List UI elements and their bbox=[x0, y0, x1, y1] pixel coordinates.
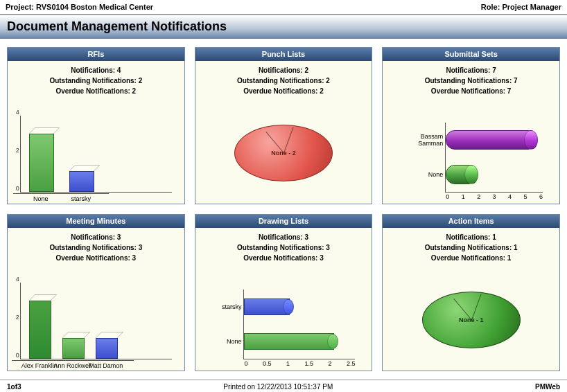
stat-outstanding: Outstanding Notifications: 3 bbox=[195, 242, 372, 253]
cyl-bassam bbox=[446, 130, 537, 150]
x-axis-ticks: 00.511.522.5 bbox=[244, 359, 355, 367]
cyl-none bbox=[446, 165, 478, 184]
stat-notifications: Notifications: 7 bbox=[383, 65, 559, 75]
footer-brand: PMWeb bbox=[535, 383, 560, 391]
bar-none: None bbox=[29, 127, 53, 192]
chart-submittal: Bassam Samman None 0123456 bbox=[383, 99, 559, 204]
role-label: Role: Project Manager bbox=[481, 3, 561, 11]
panel-submittal-sets: Submittal Sets Notifications: 7 Outstand… bbox=[382, 47, 560, 204]
stat-notifications: Notifications: 4 bbox=[8, 65, 184, 75]
stat-notifications: Notifications: 2 bbox=[195, 65, 372, 75]
panel-stats: Notifications: 3 Outstanding Notificatio… bbox=[8, 228, 184, 266]
stat-outstanding: Outstanding Notifications: 3 bbox=[8, 242, 184, 253]
bar-ann: Ann Rockwell bbox=[62, 332, 83, 359]
panel-drawing-lists: Drawing Lists Notifications: 3 Outstandi… bbox=[195, 214, 373, 371]
panel-stats: Notifications: 3 Outstanding Notificatio… bbox=[195, 228, 372, 266]
panel-title: Action Items bbox=[383, 215, 559, 228]
stat-outstanding: Outstanding Notifications: 2 bbox=[195, 75, 372, 86]
footer-page: 1of3 bbox=[7, 383, 21, 391]
stat-notifications: Notifications: 1 bbox=[383, 232, 559, 242]
panel-stats: Notifications: 7 Outstanding Notificatio… bbox=[383, 61, 559, 99]
stat-overdue: Overdue Notifications: 3 bbox=[195, 253, 372, 263]
x-axis-ticks: 0123456 bbox=[446, 192, 543, 200]
panel-title: Punch Lists bbox=[195, 48, 372, 61]
chart-meeting: 0 2 4 Alex Franklin Ann Rockwell Matt Da… bbox=[8, 266, 184, 371]
stat-outstanding: Outstanding Notifications: 7 bbox=[383, 75, 559, 86]
panel-title: Drawing Lists bbox=[195, 215, 372, 228]
bar-starsky: starsky bbox=[69, 165, 93, 192]
chart-rfis: 0 2 4 None starsky bbox=[8, 99, 184, 204]
pie-punch: None - 2 bbox=[234, 125, 333, 181]
panel-stats: Notifications: 1 Outstanding Notificatio… bbox=[383, 228, 559, 266]
stat-notifications: Notifications: 3 bbox=[195, 232, 372, 242]
stat-overdue: Overdue Notifications: 2 bbox=[195, 86, 372, 96]
panel-title: Submittal Sets bbox=[383, 48, 559, 61]
chart-punch: None - 2 bbox=[195, 99, 372, 204]
pie-action: None - 1 bbox=[422, 292, 521, 348]
stat-overdue: Overdue Notifications: 2 bbox=[8, 86, 184, 96]
bar-alex: Alex Franklin bbox=[29, 294, 50, 359]
stat-overdue: Overdue Notifications: 1 bbox=[383, 253, 559, 263]
panel-title: RFIs bbox=[8, 48, 184, 61]
panel-rfis: RFIs Notifications: 4 Outstanding Notifi… bbox=[7, 47, 185, 204]
stat-overdue: Overdue Notifications: 7 bbox=[383, 86, 559, 96]
bar-none bbox=[244, 333, 334, 350]
footer-printed: Printed on 12/22/2013 10:51:37 PM bbox=[223, 383, 333, 391]
panel-stats: Notifications: 4 Outstanding Notificatio… bbox=[8, 61, 184, 99]
stat-overdue: Overdue Notifications: 3 bbox=[8, 253, 184, 263]
bar-starsky bbox=[244, 299, 290, 315]
stat-notifications: Notifications: 3 bbox=[8, 232, 184, 242]
page-title: Document Management Notifications bbox=[7, 19, 560, 34]
stat-outstanding: Outstanding Notifications: 1 bbox=[383, 242, 559, 253]
panel-stats: Notifications: 2 Outstanding Notificatio… bbox=[195, 61, 372, 99]
title-bar: Document Management Notifications bbox=[0, 15, 567, 39]
panel-punch-lists: Punch Lists Notifications: 2 Outstanding… bbox=[195, 47, 373, 204]
project-label: Project: RVS0104 Boston Medical Center bbox=[6, 3, 153, 11]
y-axis-ticks: 0 2 4 bbox=[11, 283, 19, 359]
panel-action-items: Action Items Notifications: 1 Outstandin… bbox=[382, 214, 560, 371]
chart-action: None - 1 bbox=[383, 266, 559, 371]
panel-grid: RFIs Notifications: 4 Outstanding Notifi… bbox=[0, 39, 567, 380]
top-bar: Project: RVS0104 Boston Medical Center R… bbox=[0, 0, 567, 15]
panel-title: Meeting Minutes bbox=[8, 215, 184, 228]
stat-outstanding: Outstanding Notifications: 2 bbox=[8, 75, 184, 86]
panel-meeting-minutes: Meeting Minutes Notifications: 3 Outstan… bbox=[7, 214, 185, 371]
y-axis-ticks: 0 2 4 bbox=[11, 116, 19, 192]
chart-drawing: starsky None 00.511.522.5 bbox=[195, 266, 372, 371]
bar-matt: Matt Damon bbox=[96, 332, 116, 359]
footer: 1of3 Printed on 12/22/2013 10:51:37 PM P… bbox=[0, 380, 567, 392]
